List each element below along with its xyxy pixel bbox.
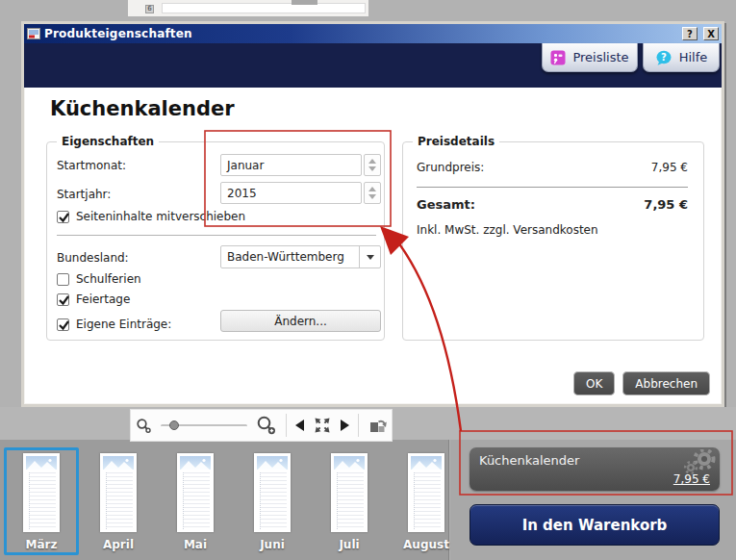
spin-down-icon[interactable] xyxy=(368,166,376,171)
feiertage-label: Feiertage xyxy=(76,293,130,306)
photo-placeholder-icon xyxy=(26,456,57,470)
grundpreis-label: Grundpreis: xyxy=(417,161,484,174)
thumbnail-maerz[interactable]: März xyxy=(4,447,79,555)
startmonat-input[interactable]: Januar xyxy=(220,154,362,176)
thumbnail-label: August xyxy=(403,538,449,551)
divider xyxy=(57,235,376,236)
seiteninhalte-checkbox[interactable] xyxy=(57,211,69,223)
bundesland-label: Bundesland: xyxy=(57,251,129,265)
calendar-page-preview xyxy=(331,453,368,532)
calendar-lines xyxy=(260,472,287,529)
window-close-button[interactable]: X xyxy=(703,27,719,40)
thumbnail-label: Juni xyxy=(260,538,285,551)
photo-placeholder-icon xyxy=(103,456,134,470)
schulferien-checkbox[interactable] xyxy=(57,273,69,286)
dialog-footer-buttons: OK Abbrechen xyxy=(573,371,710,395)
check-icon xyxy=(59,294,69,306)
thumbnail-mai[interactable]: Mai xyxy=(158,447,233,555)
bundesland-value: Baden-Württemberg xyxy=(221,250,359,264)
calendar-lines xyxy=(414,472,441,529)
startjahr-input[interactable]: 2015 xyxy=(220,182,362,204)
rotate-page-icon[interactable] xyxy=(368,416,388,435)
zoom-slider[interactable] xyxy=(161,420,247,431)
cart-product-price[interactable]: 7,95 € xyxy=(673,472,710,486)
properties-group: Eigenschaften Startmonat: Januar Startja… xyxy=(46,141,385,341)
cancel-button[interactable]: Abbrechen xyxy=(622,371,710,395)
fit-to-window-icon[interactable] xyxy=(313,416,332,435)
background-app-row-number: 6 xyxy=(145,5,154,13)
spin-down-icon[interactable] xyxy=(368,194,376,199)
thumbnail-label: Juli xyxy=(339,538,359,551)
startmonat-label: Startmonat: xyxy=(57,159,126,172)
gesamt-label: Gesamt: xyxy=(417,197,475,212)
eigene-eintraege-row[interactable]: Eigene Einträge: xyxy=(57,318,171,331)
check-icon xyxy=(59,212,69,223)
spin-up-icon[interactable] xyxy=(368,159,376,164)
screen: 6 Produkteigenschaften ? X xyxy=(0,0,736,560)
calendar-lines xyxy=(337,472,364,529)
zoom-slider-handle[interactable] xyxy=(169,420,179,430)
thumbnail-august[interactable]: August xyxy=(389,447,464,555)
eigene-eintraege-label: Eigene Einträge: xyxy=(76,318,171,331)
preisliste-label: Preisliste xyxy=(572,50,628,64)
startmonat-spinner[interactable] xyxy=(364,154,381,176)
eigene-eintraege-checkbox[interactable] xyxy=(57,318,69,331)
seiteninhalte-row[interactable]: Seiteninhalte mitverschieben xyxy=(57,210,245,223)
product-properties-dialog: Produkteigenschaften ? X Preisliste xyxy=(21,21,724,407)
divider xyxy=(286,414,287,437)
previous-page-icon[interactable] xyxy=(295,420,304,431)
background-app-tab xyxy=(292,0,317,5)
thumbnail-juli[interactable]: Juli xyxy=(312,447,387,555)
calendar-lines xyxy=(106,472,133,529)
thumbnail-april[interactable]: April xyxy=(81,447,156,555)
tax-note: Inkl. MwSt. zzgl. Versandkosten xyxy=(417,223,598,237)
grundpreis-value: 7,95 € xyxy=(651,161,688,174)
preisliste-button[interactable]: Preisliste xyxy=(542,43,638,72)
feiertage-row[interactable]: Feiertage xyxy=(57,293,130,306)
price-list-icon xyxy=(550,50,566,65)
ok-button[interactable]: OK xyxy=(573,371,615,395)
product-title: Küchenkalender xyxy=(50,97,235,120)
divider xyxy=(358,414,359,437)
preview-toolbar xyxy=(130,409,393,442)
bundesland-select[interactable]: Baden-Württemberg xyxy=(220,245,381,268)
photo-placeholder-icon xyxy=(180,456,211,470)
photo-placeholder-icon xyxy=(334,456,365,470)
dialog-title: Produkteigenschaften xyxy=(44,27,676,40)
thumbnail-label: Mai xyxy=(184,538,207,551)
seiteninhalte-label: Seiteninhalte mitverschieben xyxy=(76,210,245,223)
chevron-down-icon[interactable] xyxy=(359,246,380,267)
price-details-group: Preisdetails Grundpreis: 7,95 € Gesamt: … xyxy=(402,141,704,341)
dialog-header-band: Preisliste ? Hilfe xyxy=(24,43,722,88)
window-help-button[interactable]: ? xyxy=(682,27,698,40)
svg-text:?: ? xyxy=(661,52,667,63)
calendar-page-preview xyxy=(177,453,214,532)
price-legend: Preisdetails xyxy=(413,135,499,148)
calendar-page-preview xyxy=(408,453,444,532)
cart-product-item[interactable]: Küchenkalender 7,95 € xyxy=(470,447,720,491)
divider xyxy=(417,187,688,188)
next-page-icon[interactable] xyxy=(341,420,349,431)
startjahr-label: Startjahr: xyxy=(57,188,111,201)
zoom-out-icon[interactable] xyxy=(136,418,152,434)
hilfe-label: Hilfe xyxy=(679,50,708,64)
gesamt-value: 7,95 € xyxy=(644,197,688,212)
add-to-cart-button[interactable]: In den Warenkorb xyxy=(470,504,720,546)
hilfe-button[interactable]: ? Hilfe xyxy=(643,43,720,72)
aendern-button[interactable]: Ändern... xyxy=(220,310,381,332)
calendar-lines xyxy=(29,472,56,529)
photo-placeholder-icon xyxy=(257,456,288,470)
cart-product-name: Küchenkalender xyxy=(479,453,579,468)
dialog-titlebar[interactable]: Produkteigenschaften ? X xyxy=(24,24,722,43)
properties-legend: Eigenschaften xyxy=(57,135,159,148)
schulferien-label: Schulferien xyxy=(76,272,141,286)
thumbnail-label: April xyxy=(103,538,134,551)
app-icon xyxy=(27,27,40,40)
feiertage-checkbox[interactable] xyxy=(57,293,69,306)
calendar-page-preview xyxy=(100,453,137,532)
zoom-in-icon[interactable] xyxy=(256,415,277,436)
startjahr-spinner[interactable] xyxy=(364,182,381,204)
spin-up-icon[interactable] xyxy=(368,187,376,191)
thumbnail-juni[interactable]: Juni xyxy=(235,447,310,555)
schulferien-row[interactable]: Schulferien xyxy=(57,272,141,286)
